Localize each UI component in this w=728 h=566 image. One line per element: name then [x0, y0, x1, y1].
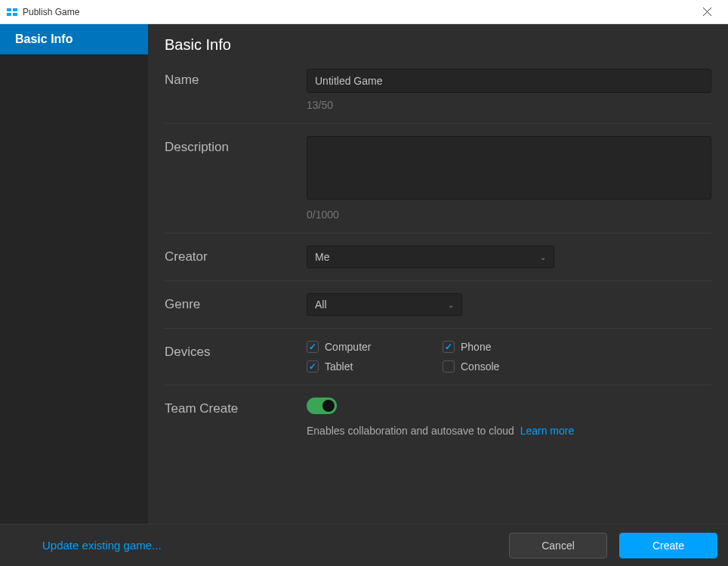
- create-button[interactable]: Create: [619, 533, 717, 558]
- chevron-down-icon: ⌄: [540, 253, 546, 261]
- genre-value: All: [315, 298, 327, 311]
- name-input[interactable]: [307, 69, 711, 93]
- page-title: Basic Info: [165, 36, 711, 54]
- close-button[interactable]: [692, 0, 722, 24]
- close-icon: [703, 8, 711, 16]
- device-tablet[interactable]: ✓ Tablet: [307, 360, 443, 373]
- description-counter: 0/1000: [307, 209, 711, 221]
- genre-select[interactable]: All ⌄: [307, 293, 462, 316]
- creator-label: Creator: [165, 246, 307, 264]
- checkbox-label: Console: [461, 360, 499, 373]
- titlebar: Publish Game: [0, 0, 728, 24]
- svg-rect-3: [13, 13, 17, 16]
- genre-control: All ⌄: [307, 293, 711, 316]
- footer-buttons: Cancel Create: [509, 533, 717, 558]
- field-description: Description 0/1000: [165, 124, 711, 234]
- field-team-create: Team Create Enables collaboration and au…: [165, 385, 711, 449]
- device-console[interactable]: Console: [443, 360, 578, 373]
- toggle-knob: [322, 400, 335, 412]
- svg-rect-1: [13, 8, 17, 11]
- checkbox-icon: [443, 360, 455, 373]
- field-genre: Genre All ⌄: [165, 281, 711, 329]
- chevron-down-icon: ⌄: [448, 301, 454, 309]
- team-create-helper: Enables collaboration and autosave to cl…: [307, 425, 711, 437]
- name-counter: 13/50: [307, 99, 711, 111]
- sidebar-item-label: Basic Info: [15, 32, 72, 45]
- window-title: Publish Game: [23, 7, 692, 17]
- content-panel: Basic Info Name 13/50 Description 0/1000…: [148, 24, 728, 524]
- main-layout: Basic Info Basic Info Name 13/50 Descrip…: [0, 24, 728, 524]
- svg-rect-2: [7, 13, 11, 16]
- genre-label: Genre: [165, 293, 307, 312]
- field-devices: Devices ✓ Computer ✓ Phone ✓ Tablet: [165, 329, 711, 385]
- sidebar-item-basic-info[interactable]: Basic Info: [0, 24, 148, 54]
- footer: Update existing game... Cancel Create: [0, 524, 728, 566]
- checkbox-label: Tablet: [325, 360, 353, 373]
- cancel-button[interactable]: Cancel: [509, 533, 607, 558]
- devices-control: ✓ Computer ✓ Phone ✓ Tablet Console: [307, 341, 711, 373]
- field-creator: Creator Me ⌄: [165, 234, 711, 281]
- team-create-toggle[interactable]: [307, 397, 337, 414]
- team-create-control: Enables collaboration and autosave to cl…: [307, 397, 711, 437]
- devices-grid: ✓ Computer ✓ Phone ✓ Tablet Console: [307, 341, 711, 373]
- description-control: 0/1000: [307, 136, 711, 221]
- field-name: Name 13/50: [165, 69, 711, 124]
- checkbox-label: Phone: [461, 341, 491, 353]
- team-create-label: Team Create: [165, 397, 307, 416]
- checkbox-icon: ✓: [443, 341, 455, 353]
- creator-control: Me ⌄: [307, 246, 711, 268]
- device-phone[interactable]: ✓ Phone: [443, 341, 578, 353]
- svg-rect-0: [7, 8, 11, 11]
- creator-value: Me: [315, 251, 329, 263]
- update-existing-link[interactable]: Update existing game...: [42, 539, 509, 552]
- name-control: 13/50: [307, 69, 711, 111]
- description-input[interactable]: [307, 136, 711, 199]
- sidebar: Basic Info: [0, 24, 148, 524]
- description-label: Description: [165, 136, 307, 155]
- devices-label: Devices: [165, 341, 307, 360]
- learn-more-link[interactable]: Learn more: [520, 425, 575, 437]
- device-computer[interactable]: ✓ Computer: [307, 341, 443, 353]
- checkbox-icon: ✓: [307, 341, 319, 353]
- helper-text: Enables collaboration and autosave to cl…: [307, 425, 514, 437]
- checkbox-icon: ✓: [307, 360, 319, 373]
- name-label: Name: [165, 69, 307, 88]
- checkbox-label: Computer: [325, 341, 371, 353]
- creator-select[interactable]: Me ⌄: [307, 246, 554, 268]
- app-icon: [6, 6, 18, 18]
